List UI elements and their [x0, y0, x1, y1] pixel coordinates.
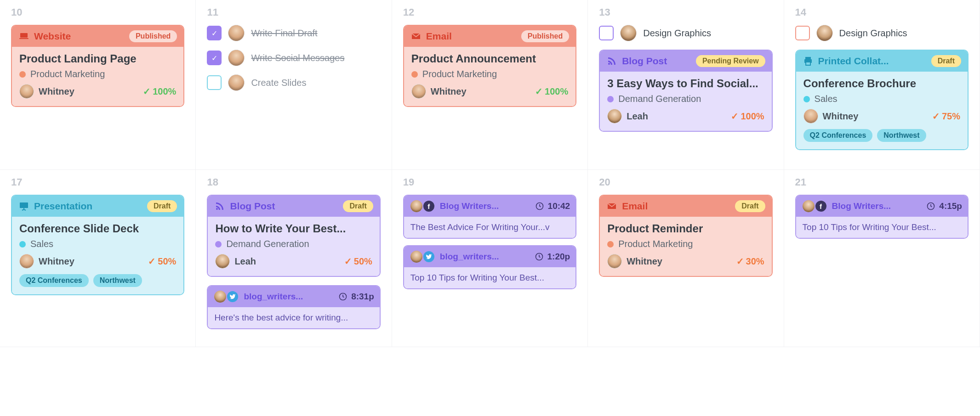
card-title: 3 Easy Ways to Find Social...	[607, 77, 764, 90]
tag-q2[interactable]: Q2 Conferences	[803, 129, 873, 142]
rss-icon	[214, 201, 225, 212]
check-icon: ✓	[932, 111, 940, 122]
category-dot	[19, 241, 26, 247]
task-label: Write Final Draft	[251, 28, 317, 39]
svg-point-17	[216, 208, 218, 210]
card-type-label: Blog Post	[622, 56, 667, 67]
social-text: The Best Advice For Writing Your...v	[404, 217, 575, 238]
card-blog-how-to[interactable]: Blog Post Draft How to Write Your Best..…	[207, 195, 380, 277]
day-number: 19	[403, 176, 576, 188]
svg-point-7	[621, 25, 636, 41]
day-10: 10 Website Published Product Landing Pag…	[0, 0, 196, 170]
day-number: 21	[795, 176, 969, 188]
task-row[interactable]: ✓ Write Final Draft	[207, 25, 380, 41]
svg-point-8	[608, 63, 610, 65]
printer-icon	[803, 56, 814, 67]
avatar	[410, 199, 423, 213]
category-dot	[411, 71, 418, 78]
tag-nw[interactable]: Northwest	[877, 129, 926, 142]
card-website-landing[interactable]: Website Published Product Landing Page P…	[11, 25, 184, 107]
avatar	[215, 254, 230, 269]
checkbox-checked[interactable]: ✓	[207, 51, 222, 65]
category-dot	[607, 96, 614, 102]
status-badge: Draft	[343, 200, 373, 212]
assignee-name: Leah	[234, 256, 256, 267]
facebook-icon: f	[815, 200, 827, 213]
card-title: Product Announcement	[411, 52, 568, 65]
card-header: Website Published	[12, 26, 183, 47]
category-dot	[19, 71, 26, 78]
card-blog-social-ways[interactable]: Blog Post Pending Review 3 Easy Ways to …	[599, 50, 772, 132]
task-label: Create Slides	[251, 78, 306, 88]
card-type-label: Website	[34, 31, 71, 42]
envelope-icon	[606, 201, 617, 212]
svg-point-16	[20, 254, 34, 268]
check-icon: ✓	[736, 256, 744, 267]
assignee-name: Leah	[627, 111, 648, 122]
category-dot	[607, 241, 614, 247]
clock-icon	[535, 202, 544, 211]
check-icon: ✓	[344, 256, 352, 267]
day-number: 12	[403, 6, 576, 18]
day-21: 21 f Blog Writers... 4:15p Top 10 Tips f…	[784, 170, 980, 347]
check-icon: ✓	[148, 256, 156, 267]
category-label: Sales	[30, 239, 53, 249]
svg-point-10	[817, 25, 832, 41]
presentation-icon	[18, 201, 29, 212]
avatar	[802, 199, 815, 213]
check-icon: ✓	[731, 111, 739, 122]
card-presentation-deck[interactable]: Presentation Draft Conference Slide Deck…	[11, 195, 184, 295]
avatar	[19, 84, 34, 99]
task-label: Write Social Messages	[251, 53, 344, 63]
card-email-announcement[interactable]: Email Published Product Announcement Pro…	[403, 25, 576, 107]
social-card-facebook[interactable]: f Blog Writers... 10:42 The Best Advice …	[403, 195, 576, 239]
progress-indicator: ✓50%	[344, 256, 372, 267]
card-title: Conference Slide Deck	[19, 222, 176, 235]
category-label: Product Marketing	[618, 239, 693, 249]
tag-q2[interactable]: Q2 Conferences	[19, 274, 89, 287]
social-card-facebook[interactable]: f Blog Writers... 4:15p Top 10 Tips for …	[795, 195, 969, 239]
card-print-brochure[interactable]: Printed Collat... Draft Conference Broch…	[795, 50, 969, 150]
envelope-icon	[410, 31, 422, 42]
category-dot	[803, 96, 810, 102]
checkbox-unchecked[interactable]	[599, 26, 614, 40]
twitter-icon	[422, 250, 435, 263]
tag-nw[interactable]: Northwest	[93, 274, 142, 287]
social-text: Top 10 Tips for Writing Your Best...	[404, 267, 575, 288]
facebook-icon: f	[422, 200, 435, 213]
social-text: Here's the best advice for writing...	[208, 307, 379, 328]
calendar-grid: 10 Website Published Product Landing Pag…	[0, 0, 980, 347]
task-row[interactable]: Design Graphics	[599, 25, 772, 41]
day-18: 18 Blog Post Draft How to Write Your Bes…	[196, 170, 392, 347]
social-time: 1:20p	[547, 252, 570, 262]
status-badge: Draft	[735, 200, 765, 212]
card-email-reminder[interactable]: Email Draft Product Reminder Product Mar…	[599, 195, 772, 277]
social-card-twitter[interactable]: blog_writers... 1:20p Top 10 Tips for Wr…	[403, 245, 576, 289]
day-20: 20 Email Draft Product Reminder Product …	[588, 170, 784, 347]
rss-icon	[606, 56, 617, 67]
day-number: 18	[207, 176, 380, 188]
category-label: Sales	[815, 94, 838, 104]
day-13: 13 Design Graphics Blog Post Pending Rev…	[588, 0, 784, 170]
checkbox-checked[interactable]: ✓	[207, 26, 222, 40]
day-12: 12 Email Published Product Announcement …	[392, 0, 588, 170]
checkbox-unchecked[interactable]	[207, 75, 222, 90]
task-row[interactable]: Design Graphics	[795, 25, 969, 41]
social-time: 10:42	[548, 201, 570, 211]
task-row[interactable]: Create Slides	[207, 74, 380, 91]
task-row[interactable]: ✓ Write Social Messages	[207, 50, 380, 66]
progress-indicator: ✓100%	[143, 86, 176, 97]
card-header: Email Published	[404, 26, 575, 47]
category-label: Product Marketing	[422, 69, 497, 79]
avatar	[410, 250, 423, 264]
task-label: Design Graphics	[643, 28, 711, 39]
checkbox-unchecked[interactable]	[795, 26, 810, 40]
clock-icon	[338, 292, 348, 301]
social-time: 8:31p	[351, 292, 374, 302]
social-card-twitter[interactable]: blog_writers... 8:31p Here's the best ad…	[207, 285, 380, 329]
svg-point-2	[20, 84, 34, 98]
card-title: Product Landing Page	[19, 52, 176, 65]
day-number: 10	[11, 6, 184, 18]
check-icon: ✓	[143, 86, 151, 97]
card-type-label: Email	[426, 31, 452, 42]
